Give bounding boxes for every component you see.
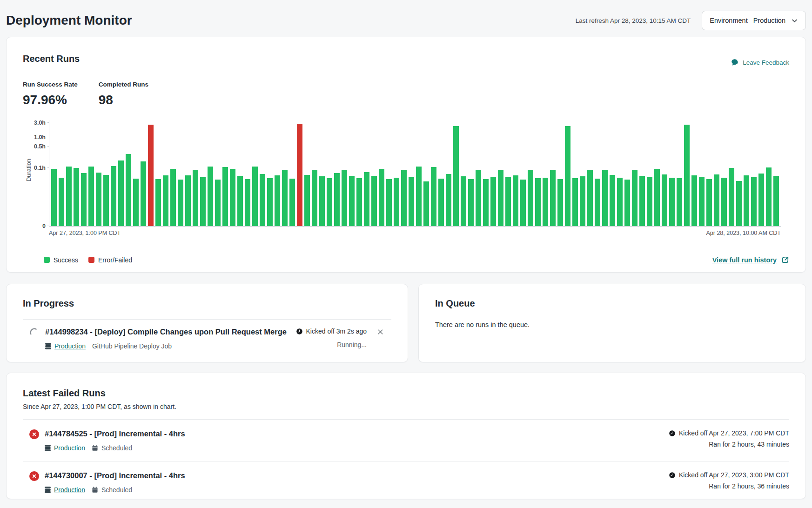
chart-bar-success[interactable]	[170, 169, 176, 226]
close-icon[interactable]	[377, 328, 384, 335]
chart-bar-success[interactable]	[528, 170, 533, 226]
chart-bar-success[interactable]	[647, 177, 652, 226]
environment-link-label[interactable]: Production	[54, 444, 85, 452]
chart-bar-success[interactable]	[260, 174, 265, 226]
environment-link[interactable]: Production	[45, 342, 86, 350]
chart-bar-success[interactable]	[677, 178, 682, 226]
chart-bar-success[interactable]	[453, 126, 459, 226]
chart-bar-success[interactable]	[684, 125, 690, 226]
chart-bar-success[interactable]	[118, 160, 124, 226]
chart-bar-success[interactable]	[394, 178, 399, 226]
chart-bar-success[interactable]	[535, 178, 541, 226]
chart-bar-success[interactable]	[208, 167, 213, 226]
chart-bar-success[interactable]	[141, 161, 146, 226]
chart-bar-success[interactable]	[364, 172, 369, 226]
chart-bar-success[interactable]	[304, 175, 310, 226]
chart-bar-success[interactable]	[587, 170, 593, 226]
leave-feedback-link[interactable]: Leave Feedback	[731, 58, 789, 67]
chart-bar-success[interactable]	[252, 167, 258, 226]
chart-bar-failed[interactable]	[148, 125, 154, 226]
chart-bar-success[interactable]	[669, 178, 675, 226]
view-history-label[interactable]: View full run history	[712, 256, 777, 264]
chart-bar-success[interactable]	[349, 176, 355, 226]
chart-bar-success[interactable]	[51, 169, 57, 227]
chart-bar-success[interactable]	[356, 178, 362, 226]
chart-bar-success[interactable]	[513, 175, 518, 226]
chart-bar-success[interactable]	[81, 173, 87, 226]
chart-bar-success[interactable]	[342, 170, 347, 226]
environment-link[interactable]: Production	[45, 444, 85, 452]
chart-bar-success[interactable]	[334, 173, 340, 226]
chart-bar-success[interactable]	[721, 178, 727, 226]
chart-bar-success[interactable]	[632, 170, 638, 226]
chart-bar-success[interactable]	[550, 170, 556, 226]
chart-bar-success[interactable]	[476, 170, 481, 226]
chart-bar-success[interactable]	[751, 177, 757, 226]
chart-bar-success[interactable]	[714, 174, 719, 226]
chart-bar-success[interactable]	[200, 177, 206, 226]
chart-bar-success[interactable]	[267, 178, 273, 226]
chart-bar-success[interactable]	[237, 176, 243, 226]
chart-bar-success[interactable]	[580, 176, 585, 226]
chart-bar-success[interactable]	[74, 168, 79, 226]
chart-bar-success[interactable]	[461, 176, 466, 226]
chart-bar-success[interactable]	[610, 175, 615, 226]
chart-bar-success[interactable]	[773, 176, 779, 226]
chart-bar-success[interactable]	[498, 170, 503, 226]
chart-bar-success[interactable]	[557, 179, 563, 227]
chart-bar-success[interactable]	[639, 176, 645, 226]
chart-bar-success[interactable]	[617, 178, 623, 226]
chart-bar-success[interactable]	[691, 175, 697, 226]
chart-bar-success[interactable]	[59, 178, 64, 226]
chart-bar-success[interactable]	[312, 170, 317, 226]
chart-bar-success[interactable]	[222, 167, 228, 226]
chart-bar-success[interactable]	[215, 180, 221, 226]
chart-bar-success[interactable]	[409, 177, 414, 226]
environment-select[interactable]: Environment Production	[702, 11, 806, 30]
chart-bar-success[interactable]	[103, 175, 109, 226]
chart-bar-success[interactable]	[416, 167, 422, 227]
chart-bar-success[interactable]	[624, 180, 630, 226]
chart-bar-success[interactable]	[490, 177, 496, 226]
chart-bar-success[interactable]	[706, 179, 712, 227]
environment-link-label[interactable]: Production	[54, 486, 85, 494]
chart-bar-success[interactable]	[193, 170, 198, 226]
chart-bar-success[interactable]	[178, 180, 183, 226]
chart-bar-success[interactable]	[505, 177, 511, 226]
chart-bar-success[interactable]	[758, 174, 764, 226]
chart-bar-success[interactable]	[423, 181, 429, 227]
chart-bar-success[interactable]	[729, 168, 734, 226]
chart-bar-success[interactable]	[275, 175, 280, 226]
chart-bar-success[interactable]	[66, 167, 72, 226]
chart-bar-success[interactable]	[126, 154, 131, 227]
chart-bar-success[interactable]	[327, 178, 332, 226]
chart-bar-success[interactable]	[88, 167, 94, 226]
chart-bar-success[interactable]	[289, 179, 295, 226]
chart-bar-success[interactable]	[96, 173, 101, 226]
chart-bar-success[interactable]	[572, 178, 578, 226]
chart-bar-success[interactable]	[595, 179, 600, 226]
chart-bar-failed[interactable]	[297, 124, 302, 226]
chart-bar-success[interactable]	[483, 179, 489, 227]
chart-bar-success[interactable]	[133, 179, 139, 226]
chart-bar-success[interactable]	[431, 167, 436, 226]
chart-bar-success[interactable]	[155, 179, 161, 226]
chart-bar-success[interactable]	[602, 170, 608, 226]
chart-bar-success[interactable]	[111, 166, 116, 226]
chart-bar-success[interactable]	[654, 169, 660, 227]
chart-bar-success[interactable]	[736, 181, 742, 226]
chart-bar-success[interactable]	[543, 178, 548, 226]
chart-bar-success[interactable]	[468, 179, 474, 227]
chart-bar-success[interactable]	[699, 177, 705, 226]
chart-bar-success[interactable]	[319, 176, 325, 226]
chart-bar-success[interactable]	[185, 175, 191, 226]
chart-bar-success[interactable]	[565, 126, 570, 226]
chart-bar-success[interactable]	[379, 169, 384, 227]
environment-link-label[interactable]: Production	[54, 342, 86, 350]
view-history-link[interactable]: View full run history	[712, 256, 789, 264]
environment-link[interactable]: Production	[45, 486, 85, 494]
chart-bar-success[interactable]	[163, 175, 168, 226]
chart-bar-success[interactable]	[662, 174, 667, 226]
chart-bar-success[interactable]	[282, 170, 288, 226]
chart-bar-success[interactable]	[245, 179, 250, 227]
